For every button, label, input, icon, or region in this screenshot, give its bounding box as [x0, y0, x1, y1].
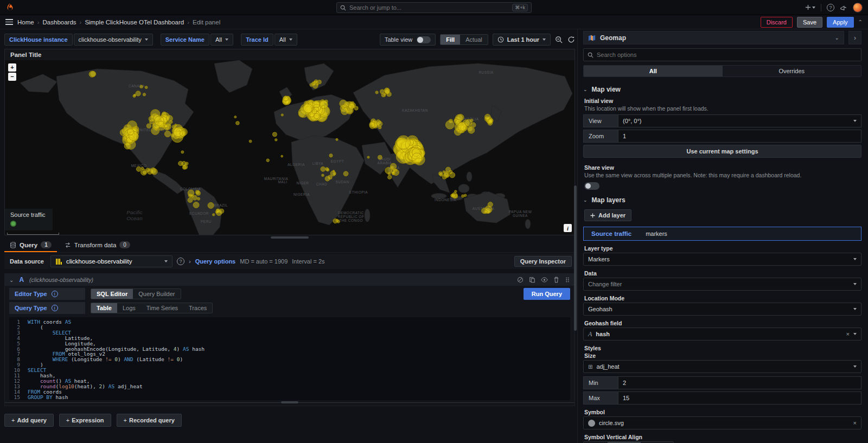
- query-ref-id[interactable]: A: [19, 276, 24, 284]
- symbol-select[interactable]: circle.svg ×: [583, 416, 861, 429]
- section-map-layers[interactable]: ⌄ Map layers: [583, 196, 861, 204]
- layer-type-select[interactable]: Markers: [583, 253, 861, 266]
- options-tab-all[interactable]: All: [584, 66, 723, 76]
- refresh-icon[interactable]: [567, 36, 575, 43]
- news-icon[interactable]: [840, 4, 847, 11]
- filter-value-select[interactable]: clickhouse-observability: [74, 34, 153, 46]
- zoom-out-time-icon[interactable]: [555, 36, 563, 44]
- hide-response-icon[interactable]: [541, 277, 548, 283]
- options-search-input[interactable]: [597, 52, 857, 58]
- map-zoom-in-button[interactable]: +: [8, 63, 16, 72]
- query-card-header[interactable]: ⌄ A (clickhouse-observability): [5, 274, 575, 286]
- time-range-picker[interactable]: Last 1 hour: [493, 34, 551, 46]
- size-field-select[interactable]: ⊞ adj_heat: [583, 360, 861, 373]
- add-layer-button[interactable]: Add layer: [584, 209, 631, 221]
- use-current-map-settings-button[interactable]: Use current map settings: [583, 145, 861, 158]
- table-view-toggle[interactable]: Table view: [380, 34, 436, 46]
- fit-mode-fill[interactable]: Fill: [441, 35, 460, 44]
- map-zoom-out-button[interactable]: −: [8, 73, 16, 81]
- map-marker: [388, 172, 391, 175]
- breadcrumb-item-edit-panel[interactable]: Edit panel: [193, 19, 220, 25]
- share-view-toggle[interactable]: [584, 182, 599, 190]
- chevron-down-icon: [542, 38, 546, 41]
- geomap-icon: [588, 34, 596, 42]
- editor-resize-handle[interactable]: [5, 402, 575, 406]
- map-canvas[interactable]: RUSSIACANADAUNITED STATESMEXICOCOLOMBIAE…: [5, 60, 575, 235]
- zoom-input[interactable]: 1: [618, 130, 861, 143]
- datasource-help-icon[interactable]: ?: [177, 258, 184, 265]
- info-icon[interactable]: i: [52, 291, 58, 297]
- breadcrumb-item-simple-clickhouse-otel-dashboard[interactable]: Simple ClickHouse OTel Dashboard: [85, 19, 184, 25]
- visualization-picker[interactable]: Geomap ⌄: [583, 31, 844, 44]
- map-marker: [380, 89, 385, 94]
- collapse-query-icon[interactable]: ⌄: [9, 277, 14, 283]
- drag-handle-icon[interactable]: [565, 277, 570, 283]
- run-query-button[interactable]: Run Query: [524, 288, 570, 300]
- breadcrumb-item-home[interactable]: Home: [17, 19, 34, 25]
- editor-type-sql-editor[interactable]: SQL Editor: [91, 289, 133, 299]
- min-input[interactable]: 2: [618, 376, 861, 389]
- disable-query-icon[interactable]: [517, 277, 524, 283]
- sql-code-editor[interactable]: 1WITH coords AS2 (3 SELECT4 Latitude,5 L…: [9, 317, 570, 400]
- tab-label: Query: [20, 242, 37, 248]
- query-type-logs[interactable]: Logs: [117, 303, 141, 313]
- clear-icon[interactable]: ×: [853, 420, 857, 426]
- fit-mode-actual[interactable]: Actual: [460, 35, 488, 44]
- new-menu-button[interactable]: [805, 4, 815, 10]
- discard-button[interactable]: Discard: [761, 17, 793, 28]
- scrollbar-thumb[interactable]: [574, 185, 577, 331]
- view-select[interactable]: (0°, 0°): [618, 114, 861, 127]
- options-scroll-area[interactable]: ⌄ Map view Initial view This location wi…: [583, 79, 861, 443]
- geohash-field-select[interactable]: A hash ×: [583, 328, 861, 341]
- clear-icon[interactable]: ×: [846, 331, 850, 337]
- query-options-chevron-icon[interactable]: ›: [189, 258, 191, 265]
- code-token: AS: [65, 319, 71, 325]
- breadcrumb-item-dashboards[interactable]: Dashboards: [43, 19, 76, 25]
- duplicate-query-icon[interactable]: [529, 277, 535, 283]
- recorded-query-button[interactable]: +Recorded query: [117, 414, 182, 427]
- avatar[interactable]: [853, 3, 863, 12]
- query-inspector-button[interactable]: Query Inspector: [514, 256, 572, 267]
- delete-query-icon[interactable]: [553, 277, 559, 283]
- save-button[interactable]: Save: [797, 17, 822, 28]
- query-type-table[interactable]: Table: [91, 303, 117, 313]
- grafana-logo[interactable]: [5, 3, 15, 12]
- max-input[interactable]: 15: [618, 391, 861, 405]
- options-tab-overrides[interactable]: Overrides: [723, 66, 861, 76]
- panel-resize-handle[interactable]: [4, 235, 575, 239]
- section-map-view[interactable]: ⌄ Map view: [583, 86, 861, 93]
- add-query-button[interactable]: +Add query: [4, 414, 54, 427]
- map-marker: [464, 194, 467, 197]
- options-search[interactable]: [583, 48, 861, 61]
- tab-query[interactable]: Query1: [4, 239, 57, 252]
- info-icon[interactable]: i: [52, 305, 58, 311]
- collapse-header-icon[interactable]: ⌃: [858, 19, 863, 25]
- location-mode-select[interactable]: Geohash: [583, 303, 861, 316]
- code-line: 3 SELECT: [9, 330, 570, 336]
- map-attribution-button[interactable]: i: [564, 224, 572, 232]
- global-search[interactable]: ⌘+k: [336, 2, 532, 13]
- map-marker: [488, 119, 493, 124]
- menu-toggle-icon[interactable]: [5, 19, 13, 25]
- view-field: View (0°, 0°): [583, 114, 861, 127]
- table-view-switch[interactable]: [417, 36, 431, 43]
- collapse-options-button[interactable]: ›: [848, 31, 861, 44]
- filter-value-select[interactable]: All: [210, 34, 233, 46]
- expression-button[interactable]: +Expression: [59, 414, 111, 427]
- datasource-picker[interactable]: clickhouse-observability: [50, 255, 173, 267]
- map-marker: [354, 106, 358, 110]
- map-marker: [190, 194, 194, 197]
- map-marker: [143, 93, 145, 96]
- data-filter-select[interactable]: Change filter: [583, 278, 861, 291]
- query-type-traces[interactable]: Traces: [183, 303, 212, 313]
- help-icon[interactable]: ?: [827, 4, 834, 11]
- layer-row-source-traffic[interactable]: Source traffic markers: [583, 227, 861, 241]
- filter-value-select[interactable]: All: [275, 34, 297, 46]
- panel-options-sidebar: Geomap ⌄ › AllOverrides ⌄ Map view Initi…: [577, 29, 866, 443]
- apply-button[interactable]: Apply: [827, 17, 854, 28]
- editor-type-query-builder[interactable]: Query Builder: [133, 289, 180, 299]
- search-input[interactable]: [349, 4, 509, 11]
- query-options-link[interactable]: Query options: [195, 258, 236, 265]
- tab-transform-data[interactable]: Transform data0: [59, 239, 136, 252]
- query-type-time-series[interactable]: Time Series: [141, 303, 183, 313]
